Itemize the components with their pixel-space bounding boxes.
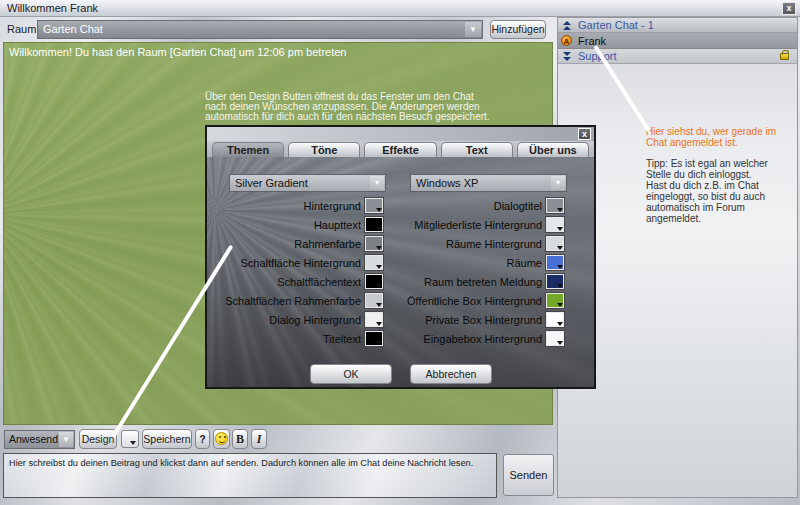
color-setting-label: Dialog Hintergrund [269,314,361,326]
dialog-tabs: ThemenTöneEffekteTextÜber uns [207,141,594,157]
room-label: Raum [7,23,36,35]
color-setting-label: Haupttext [314,219,361,231]
color-swatch-button[interactable] [546,293,564,308]
dialog-tab-themen[interactable]: Themen [212,142,284,157]
color-swatch-button[interactable] [365,255,383,270]
color-setting-row: Räume [385,254,566,273]
preset-select-value: Windows XP [416,177,478,189]
right-settings-column: DialogtitelMitgliederliste HintergrundRä… [385,197,566,349]
chevron-down-icon[interactable]: ▾ [59,432,73,447]
color-setting-row: Dialog Hintergrund [207,311,385,330]
save-button[interactable]: Speichern [142,429,192,449]
window-title: Willkommen Frank [7,2,98,14]
color-setting-label: Rahmenfarbe [294,238,361,250]
room-group-label: Garten Chat - 1 [578,18,654,33]
color-setting-label: Eingabebox Hintergrund [423,333,542,345]
color-swatch-button[interactable] [365,198,383,213]
chevron-down-icon[interactable]: ▾ [465,22,481,37]
color-swatch-button[interactable] [365,217,383,232]
dialog-tab-töne[interactable]: Töne [288,142,360,157]
design-button[interactable]: Design [79,429,117,449]
color-swatch-button[interactable] [365,312,383,327]
color-swatch-button[interactable] [546,274,564,289]
color-setting-row: Mitgliederliste Hintergrund [385,216,566,235]
color-setting-row: Eingabebox Hintergrund [385,330,566,349]
expand-icon[interactable] [563,49,571,63]
color-setting-row: Raum betreten Meldung [385,273,566,292]
left-settings-column: HintergrundHaupttextRahmenfarbeSchaltflä… [207,197,385,349]
dialog-tab-effekte[interactable]: Effekte [364,142,436,157]
support-group-row[interactable]: Support [558,49,797,64]
ok-button[interactable]: OK [310,364,392,384]
color-setting-row: Schaltflächentext [207,273,385,292]
message-input[interactable]: Hier schreibst du deinen Beitrag und kli… [3,453,497,498]
color-setting-row: Räume Hintergrund [385,235,566,254]
window-close-icon[interactable]: x [782,2,796,15]
color-setting-label: Räume [507,257,542,269]
color-swatch-button[interactable] [546,331,564,346]
dialog-titlebar: x [207,127,594,141]
color-setting-row: Dialogtitel [385,197,566,216]
color-swatch-button[interactable] [546,236,564,251]
color-setting-label: Titeltext [323,333,361,345]
cancel-button[interactable]: Abbrechen [410,364,492,384]
room-select[interactable]: Garten Chat ▾ [37,20,483,39]
emoticon-button[interactable] [213,429,230,449]
window-titlebar: Willkommen Frank x [0,0,800,17]
color-setting-row: Schaltfläche Hintergrund [207,254,385,273]
color-setting-row: Schaltflächen Rahmenfarbe [207,292,385,311]
color-picker-button[interactable] [121,430,139,448]
help-button[interactable]: ? [195,429,210,449]
design-info-text: Über den Design Butten öffnest du das Fe… [205,92,491,122]
room-select-value: Garten Chat [43,23,103,35]
collapse-icon[interactable] [563,18,571,32]
status-select[interactable]: Anwesend ▾ [4,430,75,449]
dialog-tab-über-uns[interactable]: Über uns [517,142,589,157]
room-group-row[interactable]: Garten Chat - 1 [558,18,797,33]
color-swatch-button[interactable] [365,293,383,308]
color-setting-label: Mitgliederliste Hintergrund [414,219,542,231]
color-setting-label: Öffentliche Box Hintergrund [407,295,542,307]
bold-button[interactable]: B [232,429,248,449]
theme-select[interactable]: Silver Gradient ▾ [229,174,386,192]
italic-button[interactable]: I [251,429,267,449]
sidebar-tip: Tipp: Es ist egal an welcher Stelle du d… [646,158,772,224]
color-setting-row: Haupttext [207,216,385,235]
welcome-message: Willkommen! Du hast den Raum [Garten Cha… [9,46,347,58]
chevron-down-icon[interactable]: ▾ [551,176,565,190]
color-swatch-button[interactable] [365,236,383,251]
theme-select-value: Silver Gradient [235,177,308,189]
color-swatch-button[interactable] [365,331,383,346]
color-setting-row: Private Box Hintergrund [385,311,566,330]
color-setting-row: Titeltext [207,330,385,349]
color-setting-row: Rahmenfarbe [207,235,385,254]
color-swatch-button[interactable] [546,255,564,270]
color-setting-label: Hintergrund [304,200,361,212]
color-setting-label: Raum betreten Meldung [424,276,542,288]
color-setting-label: Räume Hintergrund [446,238,542,250]
smiley-icon [215,432,228,445]
design-dialog: x ThemenTöneEffekteTextÜber uns Silver G… [205,125,596,389]
dialog-tab-text[interactable]: Text [441,142,513,157]
color-swatch-button[interactable] [546,312,564,327]
status-select-value: Anwesend [9,433,58,445]
color-swatch-button[interactable] [546,198,564,213]
color-swatch-button[interactable] [365,274,383,289]
member-avatar: A [561,35,572,46]
lock-icon [780,53,789,60]
color-swatch-button[interactable] [546,217,564,232]
color-setting-label: Private Box Hintergrund [425,314,542,326]
preset-select[interactable]: Windows XP ▾ [410,174,567,192]
send-button[interactable]: Senden [503,454,554,496]
color-setting-label: Schaltflächen Rahmenfarbe [225,295,361,307]
color-setting-label: Dialogtitel [494,200,542,212]
color-setting-row: Hintergrund [207,197,385,216]
color-setting-label: Schaltfläche Hintergrund [241,257,361,269]
member-name: Frank [578,33,606,49]
dialog-close-icon[interactable]: x [578,128,591,140]
chevron-down-icon[interactable]: ▾ [370,176,384,190]
add-room-button[interactable]: Hinzufügen [490,20,546,39]
sidebar-note-highlight: Hier siehst du, wer gerade im Chat angem… [646,126,796,148]
color-setting-row: Öffentliche Box Hintergrund [385,292,566,311]
color-setting-label: Schaltflächentext [277,276,361,288]
